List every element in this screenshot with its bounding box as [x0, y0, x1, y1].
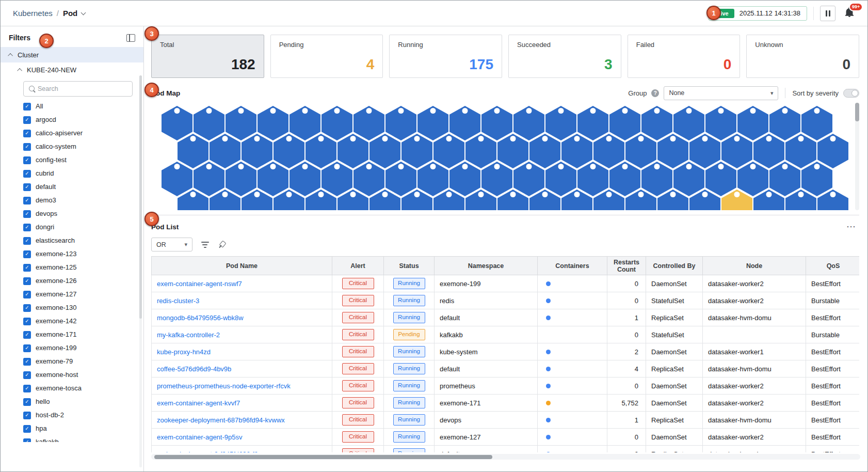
namespace-filter-item[interactable]: ✓ exemone-125: [1, 261, 143, 274]
namespace-filter-item[interactable]: ✓ elasticsearch: [1, 234, 143, 247]
checkbox-checked-icon[interactable]: ✓: [23, 331, 31, 339]
checkbox-checked-icon[interactable]: ✓: [23, 183, 31, 191]
checkbox-checked-icon[interactable]: ✓: [23, 358, 31, 366]
column-header[interactable]: Restarts Count: [607, 257, 646, 275]
status-summary-card[interactable]: Succeeded 3: [508, 35, 621, 78]
namespace-filter-item[interactable]: ✓ exemone-123: [1, 247, 143, 261]
status-summary-card[interactable]: Pending 4: [270, 35, 383, 78]
namespace-filter-item[interactable]: ✓ hpa: [1, 422, 143, 435]
checkbox-checked-icon[interactable]: ✓: [23, 210, 31, 218]
namespace-filter-item[interactable]: ✓ config-test: [1, 153, 143, 167]
checkbox-checked-icon[interactable]: ✓: [23, 344, 31, 352]
pod-hexagon[interactable]: [369, 190, 400, 210]
checkbox-checked-icon[interactable]: ✓: [23, 398, 31, 406]
pod-hexagon[interactable]: [242, 190, 272, 210]
checkbox-checked-icon[interactable]: ✓: [23, 412, 31, 419]
pause-button[interactable]: [820, 6, 835, 21]
pod-hexagon[interactable]: [593, 190, 624, 210]
namespace-filter-item[interactable]: ✓ exemone-130: [1, 301, 143, 314]
live-time-range[interactable]: Live 2025.11.12 14:31:38: [709, 6, 807, 21]
checkbox-checked-icon[interactable]: ✓: [23, 156, 31, 164]
pod-hexagon[interactable]: [306, 190, 336, 210]
namespace-filter-item[interactable]: ✓ exemone-host: [1, 368, 143, 382]
cluster-tree-item[interactable]: KUBE-240-NEW: [1, 62, 143, 77]
column-header[interactable]: Namespace: [435, 257, 538, 275]
namespace-filter-item[interactable]: ✓ host-db-2: [1, 408, 143, 422]
namespace-filter-item[interactable]: ✓ demo3: [1, 194, 143, 207]
pod-name-link[interactable]: spring-deployment-2-f945f-l696-f6wzv: [157, 450, 269, 453]
pod-table-horizontal-scrollbar[interactable]: [151, 454, 860, 460]
namespace-search[interactable]: [23, 81, 133, 97]
checkbox-checked-icon[interactable]: ✓: [23, 197, 31, 204]
sort-by-severity-toggle[interactable]: [843, 89, 859, 98]
namespace-filter-item[interactable]: ✓ exemone-127: [1, 288, 143, 301]
namespace-filter-item[interactable]: ✓ exemone-171: [1, 328, 143, 341]
column-header[interactable]: Pod Name: [152, 257, 332, 275]
pod-name-link[interactable]: prometheus-prometheus-node-exporter-rfcv…: [157, 382, 291, 390]
pod-hexagon[interactable]: [529, 190, 560, 210]
checkbox-checked-icon[interactable]: ✓: [23, 264, 31, 272]
checkbox-checked-icon[interactable]: ✓: [23, 291, 31, 298]
pod-hexagon[interactable]: [721, 190, 752, 210]
pod-hexagon[interactable]: [817, 190, 848, 210]
checkbox-checked-icon[interactable]: ✓: [23, 116, 31, 124]
checkbox-checked-icon[interactable]: ✓: [23, 237, 31, 245]
namespace-filter-item[interactable]: ✓ kafkakb: [1, 435, 143, 442]
filter-icon[interactable]: [201, 242, 209, 248]
pod-hexagon[interactable]: [689, 190, 720, 210]
namespace-filter-item[interactable]: ✓ exemone-79: [1, 355, 143, 368]
checkbox-checked-icon[interactable]: ✓: [23, 304, 31, 312]
checkbox-checked-icon[interactable]: ✓: [23, 425, 31, 433]
pod-hexagon[interactable]: [401, 190, 432, 210]
pin-icon[interactable]: [216, 239, 228, 251]
namespace-filter-item[interactable]: ✓ exemone-199: [1, 341, 143, 355]
breadcrumb-current[interactable]: Pod: [63, 9, 85, 18]
pod-hexagon[interactable]: [178, 190, 208, 210]
namespace-filter-item[interactable]: ✓ exemone-tosca: [1, 382, 143, 395]
namespace-search-input[interactable]: [38, 85, 120, 92]
pod-name-link[interactable]: my-kafka-controller-2: [157, 331, 220, 339]
cluster-tree-group[interactable]: Cluster: [1, 47, 143, 62]
namespace-filter-item[interactable]: ✓ cubrid: [1, 167, 143, 180]
status-summary-card[interactable]: Unknown 0: [746, 35, 859, 78]
notifications-button[interactable]: 99+: [844, 6, 855, 20]
pod-hexagon[interactable]: [657, 190, 688, 210]
sidebar-scrollbar[interactable]: [139, 75, 142, 467]
pod-name-link[interactable]: redis-cluster-3: [157, 297, 199, 305]
pod-hexagon[interactable]: [785, 190, 816, 210]
pod-name-link[interactable]: exem-container-agent-9p5sv: [157, 433, 242, 441]
namespace-filter-item[interactable]: ✓ argocd: [1, 113, 143, 127]
checkbox-checked-icon[interactable]: ✓: [23, 371, 31, 379]
pod-hexagon[interactable]: [465, 190, 496, 210]
checkbox-checked-icon[interactable]: ✓: [23, 277, 31, 285]
status-summary-card[interactable]: Running 175: [389, 35, 502, 78]
pod-hexagon[interactable]: [210, 190, 240, 210]
namespace-filter-item[interactable]: ✓ calico-system: [1, 140, 143, 153]
column-header[interactable]: Node: [703, 257, 806, 275]
namespace-filter-item[interactable]: ✓ default: [1, 180, 143, 194]
pod-name-link[interactable]: kube-proxy-hn4zd: [157, 348, 211, 356]
checkbox-checked-icon[interactable]: ✓: [23, 103, 31, 111]
namespace-filter-item[interactable]: ✓ exemone-126: [1, 274, 143, 288]
collapse-sidebar-icon[interactable]: [126, 34, 135, 42]
pod-hexagon[interactable]: [753, 190, 784, 210]
namespace-filter-item[interactable]: ✓ hello: [1, 395, 143, 408]
namespace-filter-item[interactable]: ✓ exemone-142: [1, 314, 143, 328]
column-header[interactable]: QoS: [806, 257, 860, 275]
pod-name-link[interactable]: exem-container-agent-nswf7: [157, 280, 242, 288]
column-header[interactable]: Alert: [332, 257, 384, 275]
namespace-filter-item[interactable]: ✓ All: [1, 100, 143, 113]
namespace-filter-item[interactable]: ✓ devops: [1, 207, 143, 221]
status-summary-card[interactable]: Failed 0: [628, 35, 741, 78]
group-help-icon[interactable]: ?: [651, 89, 659, 97]
checkbox-checked-icon[interactable]: ✓: [23, 143, 31, 151]
more-options-icon[interactable]: ⋯: [846, 221, 859, 232]
checkbox-checked-icon[interactable]: ✓: [23, 170, 31, 178]
pod-hexagon[interactable]: [625, 190, 656, 210]
pod-hexagon[interactable]: [274, 190, 304, 210]
checkbox-checked-icon[interactable]: ✓: [23, 224, 31, 231]
pod-hexagon[interactable]: [497, 190, 528, 210]
checkbox-checked-icon[interactable]: ✓: [23, 385, 31, 392]
checkbox-checked-icon[interactable]: ✓: [23, 250, 31, 258]
namespace-filter-item[interactable]: ✓ calico-apiserver: [1, 127, 143, 140]
